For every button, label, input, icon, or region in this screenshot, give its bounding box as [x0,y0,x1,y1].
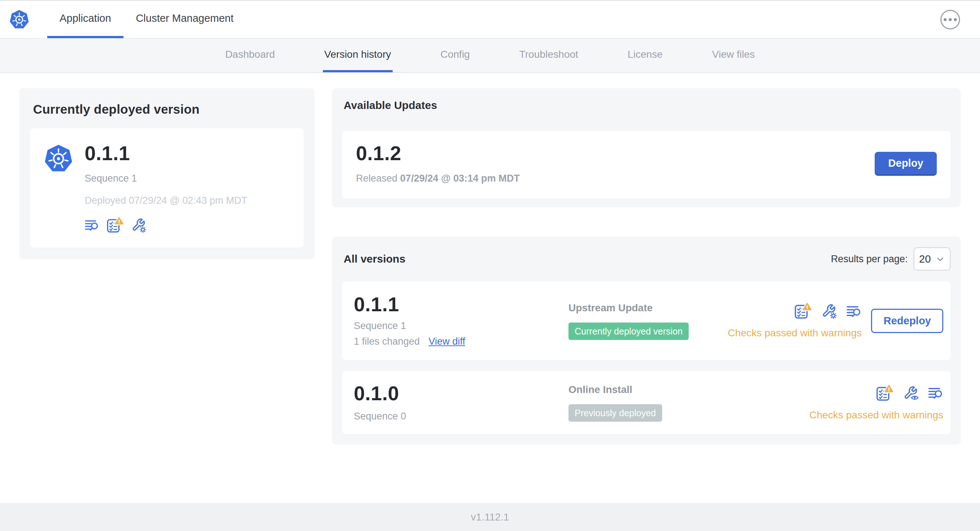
sub-nav: Dashboard Version history Config Trouble… [0,39,980,73]
subnav-item-troubleshoot[interactable]: Troubleshoot [518,39,579,72]
tab-application[interactable]: Application [47,1,124,38]
all-versions-title: All versions [344,253,406,265]
subnav-item-dashboard[interactable]: Dashboard [224,39,277,72]
diff-icon[interactable] [846,304,862,319]
preflight-checks-warning-icon[interactable] [794,303,812,319]
deployment-status-badge: Currently deployed version [568,323,689,340]
results-per-page-select[interactable]: 20 [913,247,951,270]
version-row-info: 0.1.0 Sequence 0 [354,383,568,422]
deployed-version-panel: 0.1.1 Sequence 1 Deployed 07/29/24 @ 02:… [30,128,304,248]
deployment-status-badge: Previously deployed [568,404,662,422]
subnav-item-version-history[interactable]: Version history [323,39,393,72]
files-changed-label: 1 files changed [354,336,420,347]
brand [9,1,30,38]
preflight-checks-warning-icon[interactable] [107,217,124,233]
subnav-item-license[interactable]: License [626,39,664,72]
preflight-checks-warning-icon[interactable] [876,385,894,401]
update-row: 0.1.2 Released 07/29/24 @ 03:14 pm MDT D… [342,131,951,199]
deployed-sequence-label: Sequence 1 [84,173,247,184]
subnav-item-config[interactable]: Config [439,39,471,72]
version-row: 0.1.0 Sequence 0 Online Install Previous… [342,371,951,434]
results-per-page-value: 20 [919,253,931,265]
diff-icon[interactable] [928,385,943,401]
ellipsis-dot [944,18,947,21]
source-label: Online Install [568,384,809,396]
all-versions-card: All versions Results per page: 20 0.1.1 … [332,237,961,445]
update-version-number: 0.1.2 [356,143,520,164]
available-updates-title: Available Updates [344,99,951,111]
diff-icon[interactable] [84,218,99,232]
current-version-title: Currently deployed version [33,102,304,117]
top-nav: Application Cluster Management [0,0,980,39]
version-row-actions: Checks passed with warnings Redeploy [728,303,943,339]
subnav-item-view-files[interactable]: View files [711,39,756,72]
version-action-icons [794,303,862,319]
preflight-status-text: Checks passed with warnings [809,409,943,421]
edit-config-icon[interactable] [821,303,837,319]
right-column: Available Updates 0.1.2 Released 07/29/2… [332,88,961,445]
deployed-version-actions [84,217,247,233]
version-row-source: Upstream Update Currently deployed versi… [568,302,728,340]
source-label: Upstream Update [568,302,728,314]
view-config-icon[interactable] [903,385,919,401]
ellipsis-dot [949,18,952,21]
available-updates-card: Available Updates 0.1.2 Released 07/29/2… [332,88,961,207]
results-per-page-label: Results per page: [831,253,908,265]
footer-version: v1.112.1 [471,511,509,523]
version-row-info: 0.1.1 Sequence 1 1 files changed View di… [354,294,568,347]
top-nav-right [940,10,960,29]
top-tabs: Application Cluster Management [47,1,246,38]
admin-console-page: Application Cluster Management Dashboard… [0,0,980,531]
view-diff-link[interactable]: View diff [429,336,465,347]
results-per-page: Results per page: 20 [831,247,951,270]
deploy-button[interactable]: Deploy [875,152,937,176]
files-changed-row: 1 files changed View diff [354,336,568,347]
version-number: 0.1.1 [354,294,568,315]
version-row: 0.1.1 Sequence 1 1 files changed View di… [342,281,951,360]
sequence-label: Sequence 1 [354,320,568,332]
version-action-icons [876,385,943,401]
icon-status-stack: Checks passed with warnings [728,303,862,339]
preflight-status-text: Checks passed with warnings [728,327,862,339]
edit-config-icon[interactable] [131,217,147,233]
redeploy-button[interactable]: Redeploy [871,309,943,333]
main-content: Currently deployed version 0.1.1 Sequenc… [0,73,980,503]
deployed-version-info: 0.1.1 Sequence 1 Deployed 07/29/24 @ 02:… [84,143,247,233]
update-released-timestamp: Released 07/29/24 @ 03:14 pm MDT [356,173,520,184]
released-prefix: Released [356,173,398,184]
icon-status-stack: Checks passed with warnings [809,385,943,421]
deployed-version-number: 0.1.1 [84,143,247,164]
footer: v1.112.1 [0,503,980,531]
version-number: 0.1.0 [354,383,568,404]
kubernetes-app-icon [43,143,74,174]
chevron-down-icon [935,254,945,264]
sequence-label: Sequence 0 [354,411,568,422]
deployed-timestamp: Deployed 07/29/24 @ 02:43 pm MDT [84,195,247,206]
update-info: 0.1.2 Released 07/29/24 @ 03:14 pm MDT [356,143,520,184]
released-date: 07/29/24 @ 03:14 pm MDT [400,173,520,184]
version-row-source: Online Install Previously deployed [568,384,809,422]
ellipsis-menu-button[interactable] [940,10,960,29]
current-version-card: Currently deployed version 0.1.1 Sequenc… [19,88,315,259]
kubernetes-logo-icon [9,9,30,30]
version-row-actions: Checks passed with warnings [809,385,943,421]
tab-cluster-management[interactable]: Cluster Management [124,1,246,38]
ellipsis-dot [954,18,957,21]
all-versions-header: All versions Results per page: 20 [342,247,951,270]
